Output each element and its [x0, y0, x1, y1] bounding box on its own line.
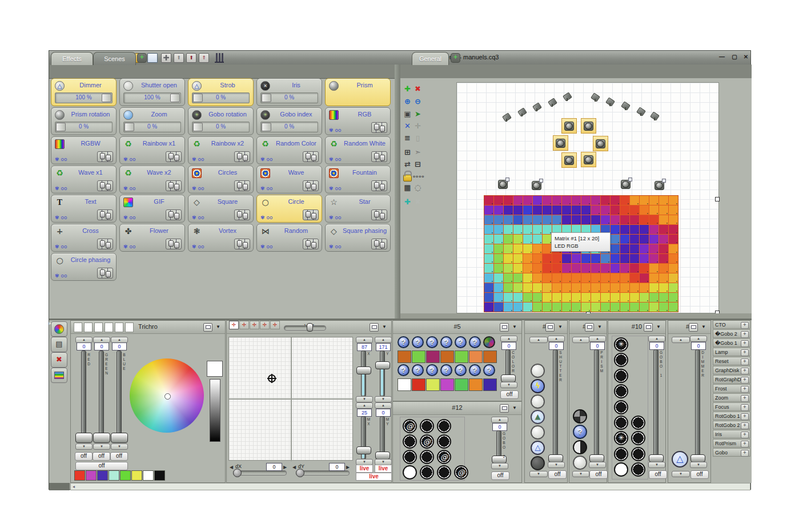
led-cell[interactable]: [513, 283, 523, 292]
led-cell[interactable]: [504, 303, 513, 312]
presets-view-icon[interactable]: [51, 368, 67, 383]
slider-right-icon[interactable]: ▶: [283, 465, 287, 470]
led-cell[interactable]: [601, 254, 610, 263]
panel-trichro-header[interactable]: Trichro▼: [71, 321, 225, 334]
led-cell[interactable]: [543, 293, 552, 302]
add-function-button[interactable]: +: [741, 450, 749, 457]
save-icon[interactable]: [147, 53, 158, 63]
led-cell[interactable]: [572, 205, 581, 215]
led-cell[interactable]: [484, 215, 493, 224]
effect-button-vortex[interactable]: ❃Vortex✾ oo: [188, 224, 254, 252]
led-cell[interactable]: [543, 283, 552, 292]
tab-effects[interactable]: Effects: [51, 52, 93, 65]
function-row-gobo[interactable]: Gobo+: [713, 448, 750, 457]
led-cell[interactable]: [484, 283, 493, 292]
led-cell[interactable]: [504, 273, 513, 283]
led-cell[interactable]: [601, 215, 610, 224]
led-cell[interactable]: [669, 293, 678, 302]
add-function-button[interactable]: +: [741, 340, 749, 347]
led-cell[interactable]: [552, 293, 561, 302]
led-cell[interactable]: [572, 293, 581, 302]
effect-button-zoom[interactable]: Zoom0 %: [119, 107, 185, 135]
led-cell[interactable]: [640, 283, 649, 292]
led-cell[interactable]: [581, 283, 591, 292]
led-cell[interactable]: [533, 215, 542, 224]
led-cell[interactable]: [601, 205, 610, 215]
led-cell[interactable]: [649, 244, 659, 253]
led-cell[interactable]: [523, 283, 532, 292]
prism-off-button[interactable]: off: [589, 470, 608, 479]
add-moving-head-icon[interactable]: ➤: [413, 109, 423, 119]
color-preset-swatch[interactable]: [74, 470, 85, 481]
led-cell[interactable]: [611, 303, 620, 312]
led-cell[interactable]: [562, 205, 571, 215]
led-cell[interactable]: [494, 303, 503, 312]
led-cell[interactable]: [494, 273, 503, 283]
gobo-black-button[interactable]: [437, 434, 451, 449]
gobo1-burst-button[interactable]: ✳: [614, 337, 628, 352]
brightness-gradient-fader[interactable]: [210, 379, 220, 442]
fader-down-icon[interactable]: ▼: [75, 444, 93, 450]
gobo-spiral-button[interactable]: @: [437, 450, 451, 464]
effect-level-slider[interactable]: 100 %: [123, 92, 181, 103]
prism-white-button[interactable]: [573, 456, 587, 470]
led-cell[interactable]: [533, 225, 542, 234]
moving-head-fixture-selected[interactable]: [593, 136, 608, 151]
matrix-icon[interactable]: ▦: [403, 183, 412, 192]
par-spot-fixture[interactable]: [605, 98, 615, 106]
gobo-black-button[interactable]: [403, 450, 417, 464]
effect-button-circle[interactable]: ○Circle✾ oo: [256, 195, 322, 223]
led-cell[interactable]: [611, 235, 620, 244]
circle-arrange-icon[interactable]: ◌: [413, 183, 423, 192]
slider-handle-icon[interactable]: [125, 123, 134, 131]
par-spot-fixture[interactable]: [502, 113, 511, 122]
led-cell[interactable]: [620, 254, 629, 263]
effect-button-random[interactable]: ⋈Random✾ oo: [256, 224, 322, 252]
prism-half-button[interactable]: [573, 440, 587, 454]
led-cell[interactable]: [620, 273, 629, 283]
led-cell[interactable]: [513, 254, 523, 263]
led-cell[interactable]: [484, 225, 493, 234]
fader-up-icon[interactable]: ▲: [356, 402, 373, 409]
led-cell[interactable]: [494, 293, 503, 302]
color-preset-swatch[interactable]: [455, 350, 468, 363]
all-off-button[interactable]: off: [75, 462, 128, 470]
remove-generator-icon[interactable]: ✖: [413, 197, 423, 207]
gobo-black-button[interactable]: [420, 450, 434, 464]
scroll-left-icon[interactable]: ◂: [73, 484, 75, 489]
scroll-down-icon[interactable]: ▼: [572, 471, 589, 477]
led-cell[interactable]: [620, 283, 629, 292]
swap-icon[interactable]: ⇄: [403, 159, 412, 169]
effect-button-rgb[interactable]: RGB✾ oo: [325, 107, 391, 135]
fader-down-icon[interactable]: ▼: [548, 462, 565, 468]
led-cell[interactable]: [484, 303, 493, 312]
led-cell[interactable]: [611, 225, 620, 234]
mini-faders-icon[interactable]: [97, 151, 113, 162]
led-cell[interactable]: [523, 225, 532, 234]
led-cell[interactable]: [620, 225, 629, 234]
mini-faders-icon[interactable]: [303, 151, 319, 162]
led-cell[interactable]: [640, 215, 649, 224]
pan-speed-slider[interactable]: [284, 325, 326, 331]
led-cell[interactable]: [523, 205, 532, 215]
led-cell[interactable]: [620, 293, 629, 302]
led-cell[interactable]: [630, 293, 639, 302]
led-cell[interactable]: [630, 303, 639, 312]
function-row-reset[interactable]: Reset+: [713, 357, 750, 365]
led-cell[interactable]: [533, 254, 542, 263]
led-cell[interactable]: [533, 303, 542, 312]
add-function-button[interactable]: +: [741, 395, 749, 402]
led-cell[interactable]: [523, 244, 532, 253]
faders-icon[interactable]: ≡: [403, 133, 412, 143]
mini-faders-icon[interactable]: [97, 180, 113, 191]
unknown-color-button[interactable]: ?: [398, 336, 409, 348]
led-cell[interactable]: [543, 235, 552, 244]
led-cell[interactable]: [552, 273, 561, 283]
color-preset-swatch[interactable]: [469, 378, 483, 391]
group-grid-icon[interactable]: ⊞: [403, 147, 412, 157]
led-cell[interactable]: [581, 264, 591, 273]
led-cell[interactable]: [611, 273, 620, 283]
crosshair-preset-icon[interactable]: ✛: [239, 321, 249, 329]
function-row-cto[interactable]: CTO+: [713, 320, 750, 329]
led-cell[interactable]: [640, 225, 649, 234]
